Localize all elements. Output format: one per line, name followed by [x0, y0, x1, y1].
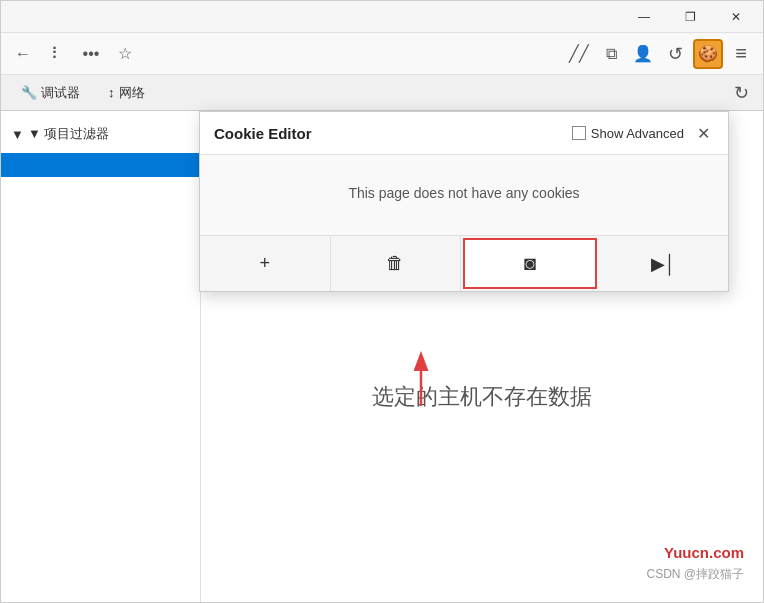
popup-empty-message: This page does not have any cookies	[348, 185, 579, 201]
undo-icon[interactable]: ↺	[661, 40, 689, 68]
restore-button[interactable]: ❐	[667, 1, 713, 33]
toolbar-right: ╱╱ ⧉ 👤 ↺ 🍪 ≡	[565, 39, 755, 69]
popup-title: Cookie Editor	[214, 125, 312, 142]
network-icon: ↕	[108, 85, 115, 100]
toolbar: ← ⠇ ••• ☆ ╱╱ ⧉ 👤 ↺ 🍪 ≡	[1, 33, 763, 75]
popup-header-right: Show Advanced ✕	[572, 122, 714, 144]
title-bar: — ❐ ✕	[1, 1, 763, 33]
devtools-tabs: 🔧 调试器 ↕ 网络 ↻	[1, 75, 763, 111]
tabs-icon[interactable]: ⧉	[597, 40, 625, 68]
devtab-debugger[interactable]: 🔧 调试器	[9, 80, 92, 106]
more-icon[interactable]: •••	[77, 40, 105, 68]
refresh-icon[interactable]: ↻	[727, 79, 755, 107]
fav-icon[interactable]: ☆	[111, 40, 139, 68]
export-icon: ▶│	[651, 253, 676, 275]
delete-icon: 🗑	[386, 253, 404, 274]
show-advanced-checkbox[interactable]	[572, 126, 586, 140]
popup-close-button[interactable]: ✕	[692, 122, 714, 144]
minimize-button[interactable]: —	[621, 1, 667, 33]
watermark-yuucn: Yuucn.com	[664, 544, 744, 561]
extensions-icon[interactable]: ⠇	[43, 40, 71, 68]
add-icon: +	[259, 253, 270, 274]
popup-body: This page does not have any cookies	[200, 155, 728, 235]
popup-footer: + 🗑 ◙ ▶│	[200, 235, 728, 291]
devtab-network[interactable]: ↕ 网络	[96, 80, 157, 106]
debugger-label: 调试器	[41, 84, 80, 102]
export-cookie-button[interactable]: ▶│	[599, 236, 729, 291]
sidebar-selected-item[interactable]	[1, 153, 200, 177]
show-advanced-label[interactable]: Show Advanced	[572, 126, 684, 141]
show-advanced-text: Show Advanced	[591, 126, 684, 141]
delete-cookie-button[interactable]: 🗑	[331, 236, 462, 291]
main-content: ▼ ▼ 项目过滤器 选定的主机不存在数据 Cookie Editor Show …	[1, 111, 763, 602]
add-cookie-button[interactable]: +	[200, 236, 331, 291]
filter-icon: ▼	[11, 127, 24, 142]
network-label: 网络	[119, 84, 145, 102]
left-sidebar: ▼ ▼ 项目过滤器	[1, 111, 201, 602]
profile-icon[interactable]: 👤	[629, 40, 657, 68]
back-icon[interactable]: ←	[9, 40, 37, 68]
sidebar-filter[interactable]: ▼ ▼ 项目过滤器	[1, 119, 200, 149]
filter-label: ▼ 项目过滤器	[28, 125, 109, 143]
menu-icon[interactable]: ≡	[727, 40, 755, 68]
cookie-icon-button[interactable]: 🍪	[693, 39, 723, 69]
title-bar-buttons: — ❐ ✕	[621, 1, 759, 33]
debugger-icon: 🔧	[21, 85, 37, 100]
page-main-text: 选定的主机不存在数据	[372, 382, 592, 412]
browser-window: — ❐ ✕ ← ⠇ ••• ☆ ╱╱ ⧉ 👤 ↺ 🍪 ≡ 🔧 调试器 ↕ 网络	[0, 0, 764, 603]
watermark-csdn: CSDN @摔跤猫子	[646, 566, 744, 583]
cookie-editor-popup: Cookie Editor Show Advanced ✕ This page …	[199, 111, 729, 292]
import-icon: ◙	[524, 252, 536, 275]
close-button[interactable]: ✕	[713, 1, 759, 33]
popup-header: Cookie Editor Show Advanced ✕	[200, 112, 728, 155]
import-cookie-button[interactable]: ◙	[463, 238, 597, 289]
bookmarks-icon[interactable]: ╱╱	[565, 40, 593, 68]
